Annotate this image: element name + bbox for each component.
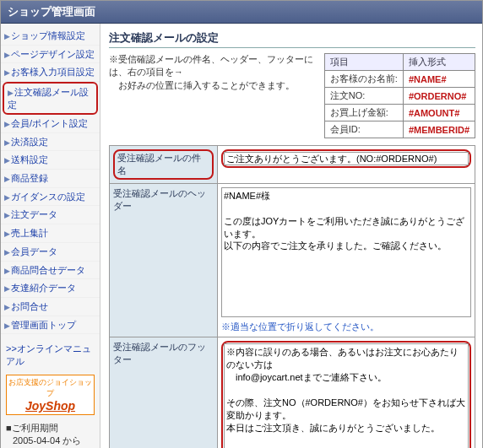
sidebar-item-0[interactable]: ▶ショップ情報設定 bbox=[1, 27, 100, 46]
const-val: #NAME# bbox=[403, 71, 475, 88]
sidebar-item-11[interactable]: ▶会員データ bbox=[1, 243, 100, 262]
const-key: お買上げ金額: bbox=[324, 105, 403, 121]
subject-input[interactable] bbox=[224, 152, 469, 165]
sidebar-item-13[interactable]: ▶友達紹介データ bbox=[1, 279, 100, 298]
sidebar: ▶ショップ情報設定▶ページデザイン設定▶お客様入力項目設定▶注文確認メール設定▶… bbox=[1, 24, 100, 448]
window-title: ショップ管理画面 bbox=[1, 1, 482, 24]
period-from: 2005-04-04 から bbox=[6, 435, 95, 447]
sidebar-item-9[interactable]: ▶注文データ bbox=[1, 206, 100, 224]
const-key: 注文NO: bbox=[324, 88, 403, 105]
joyshop-logo[interactable]: お店支援のジョイショップ JoyShop bbox=[6, 375, 95, 415]
main-content: 注文確認メールの設定 ※受信確認メールの件名、ヘッダー、フッターには、右の項目を… bbox=[100, 24, 482, 448]
sidebar-item-15[interactable]: ▶管理画面トップ bbox=[1, 316, 100, 335]
triangle-icon: ▶ bbox=[4, 68, 10, 77]
placeholder-table: 項目 挿入形式 お客様のお名前:#NAME#注文NO:#ORDERNO#お買上げ… bbox=[324, 53, 475, 138]
usage-period: ■ご利用期間 2005-04-04 から 2015-04-03 まで bbox=[1, 418, 100, 448]
header-label: 受注確認メールのヘッダー bbox=[110, 184, 218, 337]
online-manual-link[interactable]: >>オンラインマニュアル bbox=[1, 339, 100, 371]
subject-cell bbox=[218, 146, 475, 184]
triangle-icon: ▶ bbox=[8, 89, 14, 97]
period-label: ■ご利用期間 bbox=[6, 422, 95, 435]
sidebar-item-14[interactable]: ▶お問合せ bbox=[1, 298, 100, 316]
triangle-icon: ▶ bbox=[4, 321, 10, 330]
instruction-note: ※受信確認メールの件名、ヘッダー、フッターには、右の項目を→ お好みの位置に挿入… bbox=[109, 53, 321, 92]
logo-tagline: お店支援のジョイショップ bbox=[7, 377, 94, 399]
header-note: ※適当な位置で折り返してください。 bbox=[221, 321, 471, 333]
triangle-icon: ▶ bbox=[4, 193, 10, 202]
sidebar-item-10[interactable]: ▶売上集計 bbox=[1, 224, 100, 243]
footer-textarea[interactable] bbox=[224, 343, 469, 448]
th-format: 挿入形式 bbox=[403, 54, 475, 71]
triangle-icon: ▶ bbox=[4, 51, 10, 59]
mail-form-table: 受注確認メールの件名 受注確認メールのヘッダー ※適当な位置で折り返してください… bbox=[109, 145, 475, 448]
const-val: #AMOUNT# bbox=[403, 105, 475, 121]
triangle-icon: ▶ bbox=[4, 156, 10, 165]
triangle-icon: ▶ bbox=[4, 32, 10, 40]
subject-label: 受注確認メールの件名 bbox=[110, 146, 218, 184]
sidebar-item-4[interactable]: ▶会員/ポイント設定 bbox=[1, 115, 100, 133]
triangle-icon: ▶ bbox=[4, 211, 10, 219]
footer-label: 受注確認メールのフッター bbox=[110, 337, 218, 448]
triangle-icon: ▶ bbox=[4, 284, 10, 293]
const-key: 会員ID: bbox=[324, 121, 403, 138]
const-val: #ORDERNO# bbox=[403, 88, 475, 105]
logo-name: JoyShop bbox=[7, 399, 94, 413]
const-key: お客様のお名前: bbox=[324, 71, 403, 88]
header-textarea[interactable] bbox=[221, 187, 471, 317]
sidebar-item-2[interactable]: ▶お客様入力項目設定 bbox=[1, 63, 100, 82]
triangle-icon: ▶ bbox=[4, 267, 10, 275]
triangle-icon: ▶ bbox=[4, 248, 10, 256]
triangle-icon: ▶ bbox=[4, 175, 10, 183]
sidebar-item-5[interactable]: ▶決済設定 bbox=[1, 133, 100, 152]
triangle-icon: ▶ bbox=[4, 120, 10, 128]
const-val: #MEMBERID# bbox=[403, 121, 475, 138]
triangle-icon: ▶ bbox=[4, 303, 10, 311]
page-title: 注文確認メールの設定 bbox=[109, 30, 475, 48]
sidebar-item-1[interactable]: ▶ページデザイン設定 bbox=[1, 46, 100, 64]
triangle-icon: ▶ bbox=[4, 229, 10, 238]
sidebar-item-12[interactable]: ▶商品問合せデータ bbox=[1, 262, 100, 280]
sidebar-item-6[interactable]: ▶送料設定 bbox=[1, 151, 100, 170]
sidebar-item-7[interactable]: ▶商品登録 bbox=[1, 170, 100, 188]
th-item: 項目 bbox=[324, 54, 403, 71]
triangle-icon: ▶ bbox=[4, 138, 10, 147]
sidebar-item-8[interactable]: ▶ガイダンスの設定 bbox=[1, 188, 100, 207]
sidebar-item-3[interactable]: ▶注文確認メール設定 bbox=[3, 82, 98, 115]
